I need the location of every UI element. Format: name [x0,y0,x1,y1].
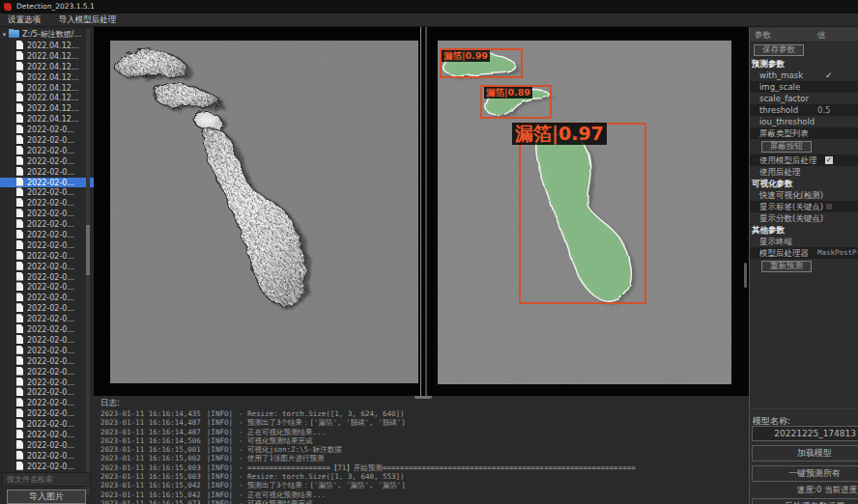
tree-item[interactable]: 2022.04.12... [0,41,94,51]
tree-item-label: 2022.04.12... [27,115,78,124]
tree-item-label: 2022.04.12... [27,73,78,82]
tree-item[interactable]: 2022-02-0... [0,335,94,346]
log-level: |INFO| [201,481,239,490]
file-icon [16,41,23,49]
tree-item[interactable]: 2022.04.12... [0,62,94,72]
log-splitter-grip[interactable] [415,396,432,399]
param-button[interactable]: 保存参数 [754,44,804,56]
param-row[interactable]: 显示分数(关键点) [750,212,858,224]
param-label: 使用模型后处理 [759,154,817,166]
param-row[interactable]: 使用模型后处理✓ [750,154,858,166]
log-line: 2023-01-11 16:16:15,042|INFO|- 正在可视化预测结果… [100,490,746,499]
param-row[interactable]: 显示标签(关键点) [750,201,858,212]
tree-item[interactable]: 2022-02-0... [0,462,94,472]
tree-item[interactable]: 2022.04.12... [0,72,94,83]
tree-item[interactable]: 2022-02-0... [0,178,94,188]
param-row[interactable]: scale_factor [750,93,858,104]
chevron-down-icon[interactable]: ▾ [0,29,9,41]
tree-item[interactable]: 2022.04.12... [0,51,94,62]
panel-splitter-grip[interactable] [744,263,747,288]
image-splitter[interactable] [425,27,427,396]
tree-item[interactable]: 2022-02-0... [0,187,94,198]
param-row[interactable]: 使用后处理 [750,166,858,178]
log-timestamp: 2023-01-11 16:16:15,003 [100,472,201,481]
tree-item[interactable]: 2022-02-0... [0,146,94,156]
file-icon [16,324,23,333]
tree-item[interactable]: 2022-02-0... [0,135,94,146]
param-label: 使用后处理 [759,166,801,178]
param-row[interactable]: 显示终端 [750,236,858,247]
log-line: 2023-01-11 16:16:15,042|INFO|- 预测出了3个结果：… [100,481,746,490]
tree-item[interactable]: 2022.04.12... [0,103,94,114]
file-icon [16,387,23,396]
tree-item[interactable]: 2022-02-0... [0,125,94,135]
tree-item[interactable]: 2022-02-0... [0,303,94,314]
tree-item[interactable]: 2022-02-0... [0,387,94,398]
model-name-field[interactable]: 20221225_174813 [752,426,858,441]
tree-item[interactable]: 2022-02-0... [0,198,94,209]
tree-item[interactable]: 2022.04.12... [0,93,94,103]
postprocess-settings-button[interactable]: 后处理参数设置 [752,498,858,504]
param-row[interactable]: 快速可视化(检测) [750,189,858,201]
tree-item[interactable]: 2022-02-0... [0,314,94,324]
param-button[interactable]: 屏蔽按钮 [761,141,812,153]
import-images-button[interactable]: 导入图片 [7,490,86,504]
log-message: - 预测出了3个结果：['漏箔', '漏箔', '漏箔'] [239,481,406,490]
checkbox-checked-icon[interactable]: ✓ [825,156,833,164]
tree-item[interactable]: 2022-02-0... [0,209,94,219]
tree-root-node[interactable]: ▾Z:/5-标注数据/... [0,29,94,41]
param-label: 屏蔽类型列表 [759,127,809,139]
log-message: - 正在可视化预测结果... [239,490,326,499]
title-bar[interactable]: Detection_2023.1.5.1 [0,0,858,14]
tree-item[interactable]: 2022-02-0... [0,451,94,462]
tree-item[interactable]: 2022.04.12... [0,83,94,94]
tree-item[interactable]: 2022-02-0... [0,419,94,430]
tree-item[interactable]: 2022-02-0... [0,346,94,356]
param-button[interactable]: 重新预测 [761,261,812,272]
tree-item-label: 2022-02-0... [27,199,74,208]
log-line: 2023-01-11 16:16:15,003|INFO|- Resize: t… [100,472,746,481]
search-input[interactable] [2,472,91,487]
param-row[interactable]: iou_threshold [750,116,858,127]
param-row[interactable]: img_scale [750,81,858,93]
tree-item[interactable]: 2022-02-0... [0,282,94,293]
load-model-button[interactable]: 加载模型 [752,445,858,462]
param-row[interactable]: 屏蔽类型列表 [750,127,858,139]
menu-item-settings[interactable]: 设置选项 [0,14,48,26]
window-title: Detection_2023.1.5.1 [16,0,95,14]
param-row[interactable]: threshold0.5 [750,104,858,116]
tree-item[interactable]: 2022-02-0... [0,272,94,283]
tree-item[interactable]: 2022-02-0... [0,219,94,230]
file-icon [16,135,23,144]
menu-item-import-postprocess[interactable]: 导入模型后处理 [51,14,125,26]
tree-item[interactable]: 2022-02-0... [0,398,94,408]
tree-item[interactable]: 2022-02-0... [0,324,94,335]
log-timestamp: 2023-01-11 16:16:15,073 [100,499,201,504]
tree-item[interactable]: 2022-02-0... [0,356,94,367]
log-timestamp: 2023-01-11 16:16:14,506 [100,436,201,445]
image-viewer-left[interactable] [110,41,418,383]
tree-item[interactable]: 2022-02-0... [0,378,94,388]
param-row[interactable]: 模型后处理器MaskPostPro [750,247,858,259]
param-row[interactable]: with_mask✓ [750,70,858,81]
params-rows: 保存参数预测参数with_mask✓img_scalescale_factort… [750,42,858,274]
tree-item[interactable]: 2022-02-0... [0,156,94,167]
tree-item[interactable]: 2022-02-0... [0,367,94,378]
tree-item[interactable]: 2022-02-0... [0,251,94,262]
param-section-header: 预测参数 [750,58,858,70]
tree-item-label: 2022-02-0... [27,126,74,134]
tree-item[interactable]: 2022-02-0... [0,167,94,178]
checkbox-empty-icon[interactable] [825,203,833,210]
predict-all-button[interactable]: 一键预测所有 [752,465,858,482]
tree-item[interactable]: 2022-02-0... [0,440,94,451]
tree-item[interactable]: 2022-02-0... [0,262,94,272]
tree-item[interactable]: 2022-02-0... [0,230,94,240]
tree-item[interactable]: 2022-02-0... [0,408,94,419]
tree-scrollbar-thumb[interactable] [86,225,90,275]
tree-item[interactable]: 2022-02-0... [0,293,94,303]
tree-item[interactable]: 2022-02-0... [0,430,94,440]
tree-item[interactable]: 2022-02-0... [0,240,94,251]
image-viewer-right[interactable]: 漏箔|0.99 漏箔|0.89 漏箔|0.97 [438,41,731,384]
tree-item[interactable]: 2022.04.12... [0,114,94,125]
tree-item-label: 2022-02-0... [27,273,74,282]
